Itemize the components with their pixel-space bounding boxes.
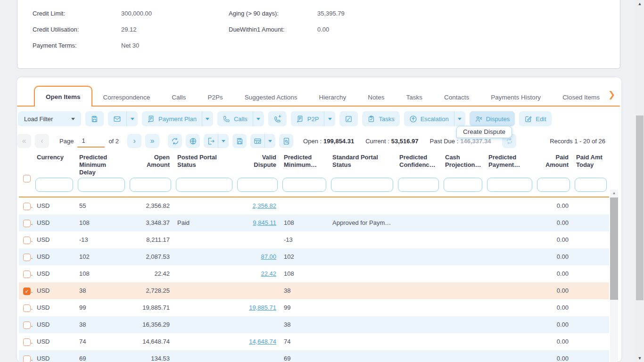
table-row[interactable]: USD3816,356.29380.00 — [19, 316, 609, 333]
load-filter-select[interactable]: Load Filter — [18, 111, 81, 126]
row-checkbox[interactable] — [23, 304, 31, 312]
row-checkbox[interactable] — [23, 338, 31, 346]
tab-payments-history[interactable]: Payments History — [480, 88, 552, 107]
preview-button[interactable] — [279, 134, 293, 148]
table-row[interactable]: USD-138,211.17-130.00 — [19, 231, 609, 248]
tab-tasks[interactable]: Tasks — [396, 88, 434, 107]
row-checkbox[interactable] — [23, 254, 31, 261]
column-header-paid_amount[interactable]: Paid Amount — [535, 151, 572, 177]
row-checkbox[interactable] — [23, 355, 31, 362]
disputes-button[interactable]: Disputes — [470, 111, 515, 126]
payment-plan-button[interactable]: Payment Plan — [142, 111, 213, 126]
prev-page-button[interactable]: ‹ — [35, 134, 49, 148]
table-scrollbar-thumb[interactable] — [610, 197, 618, 300]
filter-input-paid_amt_today[interactable] — [575, 178, 607, 192]
table-row[interactable]: USD9919,885.7119,885.71990.00 — [19, 299, 609, 316]
next-page-button[interactable]: › — [127, 134, 141, 148]
table-row[interactable]: USD69134.53690.00 — [19, 350, 609, 362]
filter-input-valid_dispute[interactable] — [237, 178, 278, 192]
filter-input-cash_projection[interactable] — [444, 178, 482, 192]
column-header-predicted_confidence[interactable]: Predicted Confidenc… — [396, 151, 441, 177]
p2p-dropdown-toggle[interactable] — [324, 111, 335, 126]
row-checkbox[interactable] — [23, 237, 31, 244]
table-row[interactable]: USD10822.4222.421080.00 — [19, 265, 609, 282]
page-number-input[interactable] — [77, 135, 105, 148]
save-filter-button[interactable] — [85, 111, 104, 126]
filter-input-open_amount[interactable] — [130, 178, 171, 192]
tab-p2ps[interactable]: P2Ps — [197, 88, 233, 107]
currency-convert-button[interactable] — [186, 134, 200, 148]
column-header-posted_portal_status[interactable]: Posted Portal Status — [173, 151, 235, 177]
valid-dispute-link[interactable]: 87.00 — [261, 253, 276, 260]
mail-dropdown-toggle[interactable] — [126, 111, 138, 126]
export-dropdown-toggle[interactable] — [218, 134, 229, 148]
row-checkbox[interactable] — [23, 203, 31, 210]
valid-dispute-link[interactable]: 22.42 — [261, 270, 276, 277]
row-checkbox[interactable] — [23, 321, 31, 329]
column-header-pred_min_delay[interactable]: Predicted Minimum Delay — [75, 151, 127, 177]
export-button[interactable] — [204, 134, 229, 148]
scroll-down-icon[interactable]: ▼ — [636, 354, 644, 362]
payment-plan-dropdown-toggle[interactable] — [202, 111, 213, 126]
tab-notes[interactable]: Notes — [357, 88, 395, 107]
column-header-paid_amt_today[interactable]: Paid Amt Today — [572, 151, 609, 177]
calls-dropdown-toggle[interactable] — [253, 111, 264, 126]
chevron-right-icon[interactable]: ❯ — [608, 90, 615, 100]
column-chooser-button[interactable] — [250, 134, 275, 148]
select-all-checkbox[interactable] — [23, 175, 31, 182]
tasks-button[interactable]: Tasks — [362, 111, 399, 126]
column-chooser-dropdown-toggle[interactable] — [264, 134, 275, 148]
column-header-cash_projection[interactable]: Cash Projection… — [441, 151, 485, 177]
calls-button[interactable]: Calls — [217, 111, 264, 126]
save-layout-button[interactable] — [232, 134, 247, 148]
memo-button[interactable] — [339, 111, 358, 126]
last-page-button[interactable]: » — [145, 134, 159, 148]
escalation-button[interactable]: Escalation — [404, 111, 465, 126]
column-header-open_amount[interactable]: Open Amount — [127, 151, 173, 177]
filter-input-pred_min_delay[interactable] — [78, 178, 125, 192]
p2p-button[interactable]: P2P — [291, 111, 336, 126]
escalation-dropdown-toggle[interactable] — [454, 111, 465, 126]
table-scrollbar[interactable]: ▲ — [610, 189, 618, 362]
filter-input-predicted_confidence[interactable] — [398, 178, 439, 192]
tab-calls[interactable]: Calls — [161, 88, 197, 107]
tab-contacts[interactable]: Contacts — [433, 88, 480, 107]
valid-dispute-link[interactable]: 2,356.82 — [252, 202, 276, 209]
tab-correspondence[interactable]: Correspondence — [92, 88, 161, 107]
row-checkbox[interactable] — [23, 271, 31, 278]
table-row[interactable]: USD382,728.25380.00 — [19, 282, 609, 299]
filter-input-currency[interactable] — [35, 178, 73, 192]
page-scrollbar[interactable]: ▲ ▼ — [636, 0, 644, 362]
scroll-up-icon[interactable]: ▲ — [636, 0, 644, 8]
column-header-standard_portal_status[interactable]: Standard Portal Status — [329, 151, 396, 177]
scroll-up-icon[interactable]: ▲ — [610, 189, 618, 197]
table-row[interactable]: USD552,356.822,356.820.00 — [19, 197, 609, 214]
filter-input-posted_portal_status[interactable] — [176, 178, 232, 192]
mail-button[interactable] — [108, 111, 138, 126]
filter-input-paid_amount[interactable] — [537, 178, 570, 192]
table-row[interactable]: USD7414,648.7414,648.74740.00 — [19, 333, 609, 350]
filter-input-predicted_payment[interactable] — [487, 178, 532, 192]
call-add-button[interactable] — [268, 111, 287, 126]
first-page-button[interactable]: « — [17, 134, 31, 148]
column-header-predicted_minimum[interactable]: Predicted Minimum… — [280, 151, 329, 177]
table-row[interactable]: USD1083,348.37Paid9,845.11108Approved fo… — [19, 214, 609, 231]
filter-input-predicted_minimum[interactable] — [282, 178, 326, 192]
refresh-button[interactable] — [168, 134, 182, 148]
tab-closed-items[interactable]: Closed Items — [552, 88, 611, 107]
tab-suggested-actions[interactable]: Suggested Actions — [234, 88, 308, 107]
column-header-valid_dispute[interactable]: Valid Dispute — [235, 151, 280, 177]
column-header-predicted_payment[interactable]: Predicted Payment… — [485, 151, 535, 177]
row-checkbox[interactable] — [23, 288, 31, 295]
filter-input-standard_portal_status[interactable] — [331, 178, 393, 192]
tab-open-items[interactable]: Open Items — [34, 86, 92, 107]
valid-dispute-link[interactable]: 14,648.74 — [249, 338, 276, 345]
tab-hierarchy[interactable]: Hierarchy — [308, 88, 357, 107]
row-checkbox[interactable] — [23, 220, 31, 227]
valid-dispute-link[interactable]: 9,845.11 — [253, 219, 276, 226]
page-scrollbar-thumb[interactable] — [636, 115, 644, 300]
valid-dispute-link[interactable]: 19,885.71 — [249, 304, 276, 311]
table-row[interactable]: USD1022,087.5387.001020.00 — [19, 248, 609, 265]
column-header-currency[interactable]: Currency — [33, 151, 75, 177]
edit-button[interactable]: Edit — [519, 111, 551, 126]
